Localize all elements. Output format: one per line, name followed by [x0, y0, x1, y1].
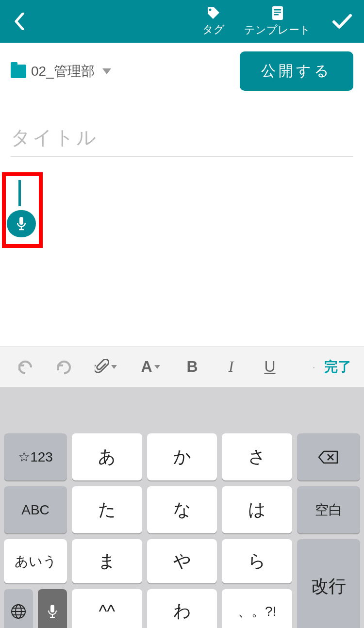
key-ha[interactable]: は	[222, 486, 292, 533]
svg-rect-2	[274, 9, 281, 11]
italic-button[interactable]: I	[214, 353, 248, 380]
svg-rect-4	[274, 14, 279, 16]
key-kana[interactable]: あいう	[4, 539, 67, 583]
svg-rect-13	[50, 605, 54, 612]
folder-name: 02_管理部	[31, 62, 95, 81]
svg-rect-3	[274, 12, 281, 13]
chevron-down-icon	[111, 365, 117, 369]
confirm-button[interactable]	[330, 9, 354, 33]
key-globe[interactable]	[4, 589, 33, 628]
font-a-icon: A	[141, 358, 152, 376]
key-sa[interactable]: さ	[222, 433, 292, 480]
key-symbols[interactable]: ☆123	[4, 433, 67, 480]
soft-keyboard: ☆123 あ か さ ABC た な は 空白 あいう ま	[0, 387, 364, 628]
key-ra[interactable]: ら	[222, 539, 292, 583]
italic-icon: I	[229, 358, 234, 376]
app-header: タグ テンプレート	[0, 0, 364, 43]
key-space[interactable]: 空白	[297, 486, 360, 533]
key-punct[interactable]: 、。?!	[222, 589, 292, 628]
undo-icon	[17, 360, 34, 374]
microphone-icon	[15, 216, 28, 231]
format-toolbar: A B I U · 完了	[0, 346, 364, 387]
key-abc[interactable]: ABC	[4, 486, 67, 533]
template-button[interactable]: テンプレート	[244, 5, 311, 37]
publish-button[interactable]: 公開する	[240, 51, 353, 91]
chevron-down-icon	[102, 68, 111, 74]
folder-icon	[11, 65, 26, 78]
check-icon	[332, 13, 352, 30]
bold-icon: B	[186, 358, 198, 376]
tag-icon	[206, 6, 221, 20]
voice-input-button[interactable]	[7, 210, 36, 237]
tag-button[interactable]: タグ	[202, 6, 225, 37]
tag-label: タグ	[202, 22, 225, 37]
key-mic[interactable]	[38, 589, 67, 628]
folder-selector[interactable]: 02_管理部	[11, 62, 111, 81]
microphone-icon	[47, 604, 58, 619]
redo-icon	[55, 360, 73, 374]
key-ta[interactable]: た	[72, 486, 142, 533]
text-cursor	[18, 180, 21, 206]
key-emoji[interactable]: ^^	[72, 589, 142, 628]
title-input[interactable]	[11, 119, 353, 157]
chevron-left-icon	[14, 13, 25, 30]
back-button[interactable]	[10, 12, 29, 31]
key-ma[interactable]: ま	[72, 539, 142, 583]
key-backspace[interactable]	[297, 433, 360, 480]
underline-icon: U	[264, 358, 275, 376]
svg-rect-5	[19, 217, 23, 225]
key-wa[interactable]: わ	[147, 589, 217, 628]
toolbar-separator: ·	[312, 360, 315, 374]
paperclip-icon	[95, 359, 109, 375]
bold-button[interactable]: B	[175, 353, 210, 380]
title-area	[0, 99, 364, 162]
key-return[interactable]: 改行	[297, 539, 360, 628]
key-ka[interactable]: か	[147, 433, 217, 480]
key-na[interactable]: な	[147, 486, 217, 533]
attach-button[interactable]	[85, 353, 126, 380]
undo-button[interactable]	[8, 353, 43, 380]
template-icon	[270, 5, 285, 21]
font-style-button[interactable]: A	[130, 353, 171, 380]
backspace-icon	[318, 449, 339, 465]
sub-bar: 02_管理部 公開する	[0, 43, 364, 99]
globe-icon	[10, 603, 27, 620]
svg-point-0	[209, 9, 212, 11]
svg-rect-1	[272, 6, 283, 20]
underline-button[interactable]: U	[252, 353, 287, 380]
key-a[interactable]: あ	[72, 433, 142, 480]
key-ya[interactable]: や	[147, 539, 217, 583]
done-button[interactable]: 完了	[319, 358, 356, 376]
chevron-down-icon	[154, 365, 160, 369]
redo-button[interactable]	[47, 353, 82, 380]
template-label: テンプレート	[244, 23, 311, 37]
body-editor[interactable]	[0, 162, 364, 346]
